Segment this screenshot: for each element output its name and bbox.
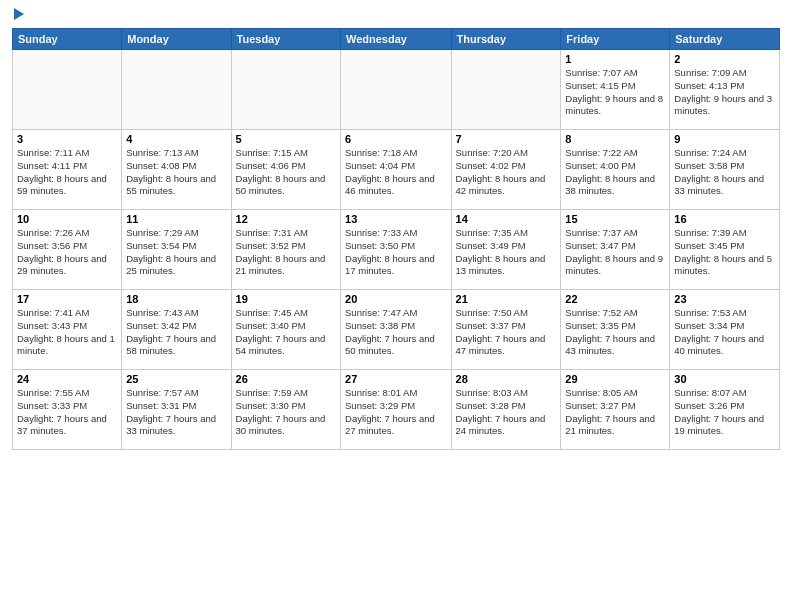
day-info: Sunrise: 7:31 AM Sunset: 3:52 PM Dayligh… <box>236 227 336 278</box>
day-info: Sunrise: 7:07 AM Sunset: 4:15 PM Dayligh… <box>565 67 665 118</box>
day-number: 21 <box>456 293 557 305</box>
week-row-2: 3Sunrise: 7:11 AM Sunset: 4:11 PM Daylig… <box>13 130 780 210</box>
day-info: Sunrise: 7:50 AM Sunset: 3:37 PM Dayligh… <box>456 307 557 358</box>
calendar-cell <box>13 50 122 130</box>
calendar-cell: 29Sunrise: 8:05 AM Sunset: 3:27 PM Dayli… <box>561 370 670 450</box>
day-info: Sunrise: 7:18 AM Sunset: 4:04 PM Dayligh… <box>345 147 447 198</box>
calendar-cell: 11Sunrise: 7:29 AM Sunset: 3:54 PM Dayli… <box>122 210 231 290</box>
day-info: Sunrise: 7:20 AM Sunset: 4:02 PM Dayligh… <box>456 147 557 198</box>
day-info: Sunrise: 7:13 AM Sunset: 4:08 PM Dayligh… <box>126 147 226 198</box>
calendar-cell: 24Sunrise: 7:55 AM Sunset: 3:33 PM Dayli… <box>13 370 122 450</box>
calendar-cell: 15Sunrise: 7:37 AM Sunset: 3:47 PM Dayli… <box>561 210 670 290</box>
header-thursday: Thursday <box>451 29 561 50</box>
week-row-5: 24Sunrise: 7:55 AM Sunset: 3:33 PM Dayli… <box>13 370 780 450</box>
calendar-cell: 23Sunrise: 7:53 AM Sunset: 3:34 PM Dayli… <box>670 290 780 370</box>
day-info: Sunrise: 7:55 AM Sunset: 3:33 PM Dayligh… <box>17 387 117 438</box>
calendar-cell: 12Sunrise: 7:31 AM Sunset: 3:52 PM Dayli… <box>231 210 340 290</box>
day-number: 8 <box>565 133 665 145</box>
day-number: 27 <box>345 373 447 385</box>
calendar-cell <box>341 50 452 130</box>
day-number: 4 <box>126 133 226 145</box>
day-info: Sunrise: 7:39 AM Sunset: 3:45 PM Dayligh… <box>674 227 775 278</box>
calendar-cell: 14Sunrise: 7:35 AM Sunset: 3:49 PM Dayli… <box>451 210 561 290</box>
day-number: 29 <box>565 373 665 385</box>
day-number: 10 <box>17 213 117 225</box>
day-number: 11 <box>126 213 226 225</box>
day-number: 25 <box>126 373 226 385</box>
day-info: Sunrise: 7:11 AM Sunset: 4:11 PM Dayligh… <box>17 147 117 198</box>
day-number: 19 <box>236 293 336 305</box>
calendar-cell: 25Sunrise: 7:57 AM Sunset: 3:31 PM Dayli… <box>122 370 231 450</box>
day-info: Sunrise: 7:52 AM Sunset: 3:35 PM Dayligh… <box>565 307 665 358</box>
calendar-cell: 4Sunrise: 7:13 AM Sunset: 4:08 PM Daylig… <box>122 130 231 210</box>
calendar-cell: 18Sunrise: 7:43 AM Sunset: 3:42 PM Dayli… <box>122 290 231 370</box>
calendar-cell: 3Sunrise: 7:11 AM Sunset: 4:11 PM Daylig… <box>13 130 122 210</box>
calendar-cell: 26Sunrise: 7:59 AM Sunset: 3:30 PM Dayli… <box>231 370 340 450</box>
day-info: Sunrise: 7:41 AM Sunset: 3:43 PM Dayligh… <box>17 307 117 358</box>
week-row-1: 1Sunrise: 7:07 AM Sunset: 4:15 PM Daylig… <box>13 50 780 130</box>
calendar-cell: 9Sunrise: 7:24 AM Sunset: 3:58 PM Daylig… <box>670 130 780 210</box>
day-info: Sunrise: 7:37 AM Sunset: 3:47 PM Dayligh… <box>565 227 665 278</box>
calendar-cell: 8Sunrise: 7:22 AM Sunset: 4:00 PM Daylig… <box>561 130 670 210</box>
day-info: Sunrise: 7:53 AM Sunset: 3:34 PM Dayligh… <box>674 307 775 358</box>
day-number: 28 <box>456 373 557 385</box>
day-number: 13 <box>345 213 447 225</box>
day-number: 24 <box>17 373 117 385</box>
header-sunday: Sunday <box>13 29 122 50</box>
day-number: 3 <box>17 133 117 145</box>
day-number: 23 <box>674 293 775 305</box>
day-info: Sunrise: 8:03 AM Sunset: 3:28 PM Dayligh… <box>456 387 557 438</box>
calendar-cell: 28Sunrise: 8:03 AM Sunset: 3:28 PM Dayli… <box>451 370 561 450</box>
calendar-header-row: SundayMondayTuesdayWednesdayThursdayFrid… <box>13 29 780 50</box>
day-info: Sunrise: 7:22 AM Sunset: 4:00 PM Dayligh… <box>565 147 665 198</box>
calendar-cell: 30Sunrise: 8:07 AM Sunset: 3:26 PM Dayli… <box>670 370 780 450</box>
calendar-cell: 10Sunrise: 7:26 AM Sunset: 3:56 PM Dayli… <box>13 210 122 290</box>
calendar-cell: 27Sunrise: 8:01 AM Sunset: 3:29 PM Dayli… <box>341 370 452 450</box>
page-header <box>12 10 780 20</box>
day-number: 1 <box>565 53 665 65</box>
calendar-cell: 19Sunrise: 7:45 AM Sunset: 3:40 PM Dayli… <box>231 290 340 370</box>
day-info: Sunrise: 7:57 AM Sunset: 3:31 PM Dayligh… <box>126 387 226 438</box>
day-info: Sunrise: 7:33 AM Sunset: 3:50 PM Dayligh… <box>345 227 447 278</box>
day-info: Sunrise: 7:24 AM Sunset: 3:58 PM Dayligh… <box>674 147 775 198</box>
week-row-3: 10Sunrise: 7:26 AM Sunset: 3:56 PM Dayli… <box>13 210 780 290</box>
calendar-table: SundayMondayTuesdayWednesdayThursdayFrid… <box>12 28 780 450</box>
day-number: 20 <box>345 293 447 305</box>
header-friday: Friday <box>561 29 670 50</box>
calendar-cell: 13Sunrise: 7:33 AM Sunset: 3:50 PM Dayli… <box>341 210 452 290</box>
calendar-cell <box>451 50 561 130</box>
day-info: Sunrise: 7:59 AM Sunset: 3:30 PM Dayligh… <box>236 387 336 438</box>
day-info: Sunrise: 7:35 AM Sunset: 3:49 PM Dayligh… <box>456 227 557 278</box>
day-number: 12 <box>236 213 336 225</box>
calendar-cell: 16Sunrise: 7:39 AM Sunset: 3:45 PM Dayli… <box>670 210 780 290</box>
day-info: Sunrise: 7:29 AM Sunset: 3:54 PM Dayligh… <box>126 227 226 278</box>
day-number: 5 <box>236 133 336 145</box>
day-info: Sunrise: 7:47 AM Sunset: 3:38 PM Dayligh… <box>345 307 447 358</box>
header-tuesday: Tuesday <box>231 29 340 50</box>
day-number: 30 <box>674 373 775 385</box>
day-number: 18 <box>126 293 226 305</box>
day-info: Sunrise: 7:43 AM Sunset: 3:42 PM Dayligh… <box>126 307 226 358</box>
header-wednesday: Wednesday <box>341 29 452 50</box>
day-number: 26 <box>236 373 336 385</box>
day-info: Sunrise: 7:15 AM Sunset: 4:06 PM Dayligh… <box>236 147 336 198</box>
calendar-cell: 5Sunrise: 7:15 AM Sunset: 4:06 PM Daylig… <box>231 130 340 210</box>
day-info: Sunrise: 7:26 AM Sunset: 3:56 PM Dayligh… <box>17 227 117 278</box>
day-info: Sunrise: 7:45 AM Sunset: 3:40 PM Dayligh… <box>236 307 336 358</box>
header-monday: Monday <box>122 29 231 50</box>
calendar-cell: 6Sunrise: 7:18 AM Sunset: 4:04 PM Daylig… <box>341 130 452 210</box>
day-number: 6 <box>345 133 447 145</box>
day-number: 16 <box>674 213 775 225</box>
calendar-cell: 7Sunrise: 7:20 AM Sunset: 4:02 PM Daylig… <box>451 130 561 210</box>
calendar-cell <box>231 50 340 130</box>
calendar-cell: 20Sunrise: 7:47 AM Sunset: 3:38 PM Dayli… <box>341 290 452 370</box>
calendar-cell: 17Sunrise: 7:41 AM Sunset: 3:43 PM Dayli… <box>13 290 122 370</box>
page-container: SundayMondayTuesdayWednesdayThursdayFrid… <box>0 0 792 458</box>
day-info: Sunrise: 7:09 AM Sunset: 4:13 PM Dayligh… <box>674 67 775 118</box>
day-number: 17 <box>17 293 117 305</box>
calendar-cell: 1Sunrise: 7:07 AM Sunset: 4:15 PM Daylig… <box>561 50 670 130</box>
day-number: 22 <box>565 293 665 305</box>
calendar-cell: 21Sunrise: 7:50 AM Sunset: 3:37 PM Dayli… <box>451 290 561 370</box>
day-info: Sunrise: 8:07 AM Sunset: 3:26 PM Dayligh… <box>674 387 775 438</box>
calendar-cell <box>122 50 231 130</box>
